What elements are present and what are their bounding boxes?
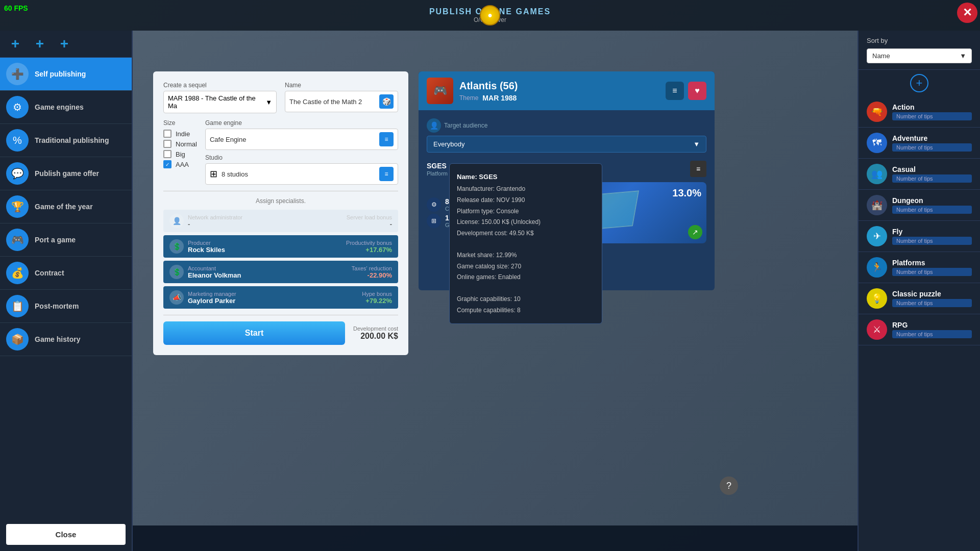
platform-menu-button[interactable]: ≡ — [690, 161, 706, 177]
sequel-select[interactable]: MAR 1988 - The Castle of the Ma ▼ — [163, 91, 277, 113]
sidebar-item-label-post-mortem: Post-mortem — [35, 302, 79, 310]
indie-checkbox[interactable] — [163, 130, 172, 138]
graphic-icon: ⊞ — [427, 214, 441, 228]
specialist-accountant[interactable]: 💲 Accountant Eleanor Volkman Taxes' redu… — [163, 261, 398, 283]
action-name: Action — [892, 103, 972, 111]
game-history-icon: 📦 — [6, 328, 29, 350]
tooltip-catalog: Game catalog size: 270 — [457, 261, 595, 272]
specialist-network-admin[interactable]: 👤 Network administrator - Server load bo… — [163, 210, 398, 232]
taskbar: Adventure specialists × — [0, 525, 980, 551]
dev-cost-display: Development cost 200.00 K$ — [353, 325, 398, 341]
dice-button[interactable]: 🎲 — [379, 94, 394, 109]
audience-icon: 👤 — [427, 118, 441, 133]
add-genre-button[interactable]: + — [910, 74, 928, 92]
game-title-block: Atlantis (56) Theme MAR 1988 — [459, 80, 659, 102]
size-big[interactable]: Big — [163, 150, 197, 158]
coin-icon: ● — [480, 5, 500, 26]
accountant-bonus-value: -22.90% — [352, 271, 392, 279]
fly-icon: ✈ — [867, 226, 887, 246]
normal-checkbox[interactable] — [163, 140, 172, 148]
producer-name: Rock Skiles — [188, 246, 225, 254]
start-button[interactable]: Start — [163, 321, 345, 345]
studio-menu-button[interactable]: ≡ — [379, 167, 394, 181]
platform-trend-icon: ↗ — [688, 225, 702, 239]
sidebar-item-port-a-game[interactable]: 🎮 Port a game — [0, 223, 132, 257]
sidebar-add-icon-3[interactable]: + — [55, 35, 74, 53]
audience-select[interactable]: Everybody ▼ — [427, 136, 706, 153]
sidebar-item-post-mortem[interactable]: 📋 Post-mortem — [0, 290, 132, 323]
genre-item-action[interactable]: 🔫 Action Number of tips — [859, 96, 980, 128]
size-indie[interactable]: Indie — [163, 130, 197, 138]
sidebar-item-game-of-the-year[interactable]: 🏆 Game of the year — [0, 190, 132, 223]
network-admin-bonus-label: Server load bonus — [347, 214, 392, 220]
game-info-header: 🎮 Atlantis (56) Theme MAR 1988 ≡ ♥ — [419, 71, 715, 110]
sidebar-item-contract[interactable]: 💰 Contract — [0, 257, 132, 290]
publish-game-offer-icon: 💬 — [6, 162, 29, 185]
dungeon-name: Dungeon — [892, 196, 972, 205]
sidebar-item-label-publish-game-offer: Publish game offer — [35, 169, 99, 178]
action-info: Action Number of tips — [892, 103, 972, 120]
studio-input[interactable]: ⊞ 8 studios ≡ — [205, 163, 398, 185]
sidebar-item-traditional-publishing[interactable]: % Traditional publishing — [0, 124, 132, 157]
engine-menu-button[interactable]: ≡ — [379, 132, 394, 146]
help-button[interactable]: ? — [720, 477, 738, 495]
casual-name: Casual — [892, 165, 972, 173]
engine-field: Game engine Cafe Engine ≡ — [205, 119, 398, 150]
sidebar-item-publish-game-offer[interactable]: 💬 Publish game offer — [0, 157, 132, 190]
genre-item-rpg[interactable]: ⚔ RPG Number of tips — [859, 314, 980, 345]
game-date: MAR 1988 — [482, 94, 517, 102]
genre-item-fly[interactable]: ✈ Fly Number of tips — [859, 221, 980, 252]
studio-value: 8 studios — [222, 170, 375, 178]
start-row: Start Development cost 200.00 K$ — [163, 321, 398, 345]
port-a-game-icon: 🎮 — [6, 229, 29, 251]
size-normal[interactable]: Normal — [163, 140, 197, 148]
sequel-dropdown-icon: ▼ — [265, 98, 272, 106]
normal-label: Normal — [176, 140, 197, 148]
sidebar-top-icons: + + + — [0, 31, 132, 58]
game-menu-button[interactable]: ≡ — [666, 82, 684, 100]
sidebar-item-label-contract: Contract — [35, 269, 64, 277]
tooltip-popup: Name: SGES Manufacturer: Grantendo Relea… — [449, 163, 602, 324]
rpg-name: RPG — [892, 321, 972, 329]
sequel-label: Create a sequel — [163, 82, 277, 89]
big-checkbox[interactable] — [163, 150, 172, 158]
sidebar-item-label-self-publishing: Self publishing — [35, 70, 86, 78]
name-field: Name The Castle of the Math 2 🎲 — [285, 82, 398, 113]
sidebar-item-game-history[interactable]: 📦 Game history — [0, 323, 132, 356]
genre-item-dungeon[interactable]: 🏰 Dungeon Number of tips — [859, 190, 980, 221]
marketing-bonus-label: Hype bonus — [362, 291, 392, 297]
genre-item-classic-puzzle[interactable]: 💡 Classic puzzle Number of tips — [859, 283, 980, 314]
game-heart-button[interactable]: ♥ — [688, 82, 706, 100]
marketing-role: Marketing manager — [188, 291, 236, 297]
size-label: Size — [163, 119, 197, 127]
game-theme-row: Theme MAR 1988 — [459, 94, 659, 102]
size-aaa[interactable]: ✓ AAA — [163, 160, 197, 168]
sort-by-label: Sort by — [867, 37, 972, 44]
sidebar-item-game-engines[interactable]: ⚙ Game engines — [0, 91, 132, 124]
indie-label: Indie — [176, 130, 190, 138]
close-button[interactable]: Close — [6, 524, 126, 545]
sidebar-add-icon-2[interactable]: + — [31, 35, 49, 53]
game-theme-label: Theme — [459, 94, 478, 102]
genre-item-platforms[interactable]: 🏃 Platforms Number of tips — [859, 252, 980, 283]
genre-item-casual[interactable]: 👥 Casual Number of tips — [859, 159, 980, 190]
game-header-actions: ≡ ♥ — [666, 82, 706, 100]
aaa-checkbox[interactable]: ✓ — [163, 160, 172, 168]
game-title: Atlantis (56) — [459, 80, 659, 92]
specialist-producer[interactable]: 💲 Producer Rock Skiles Productivity bonu… — [163, 235, 398, 258]
specialist-marketing[interactable]: 📣 Marketing manager Gaylord Parker Hype … — [163, 286, 398, 309]
sidebar-add-icon-1[interactable]: + — [6, 35, 24, 53]
fly-tips: Number of tips — [892, 237, 972, 245]
sort-dropdown[interactable]: Name ▼ — [867, 48, 972, 63]
sidebar-item-self-publishing[interactable]: ➕ Self publishing — [0, 58, 132, 91]
assign-label: Assign specialists. — [163, 197, 398, 205]
sort-by-section: Sort by Name ▼ — [859, 31, 980, 70]
fly-info: Fly Number of tips — [892, 228, 972, 245]
platforms-name: Platforms — [892, 259, 972, 267]
engine-input[interactable]: Cafe Engine ≡ — [205, 129, 398, 150]
close-x-button[interactable]: ✕ — [957, 3, 977, 23]
checkbox-row: Indie Normal Big ✓ AAA — [163, 130, 197, 168]
self-publishing-icon: ➕ — [6, 63, 29, 85]
name-input[interactable]: The Castle of the Math 2 🎲 — [285, 91, 398, 112]
genre-item-adventure[interactable]: 🗺 Adventure Number of tips — [859, 128, 980, 159]
